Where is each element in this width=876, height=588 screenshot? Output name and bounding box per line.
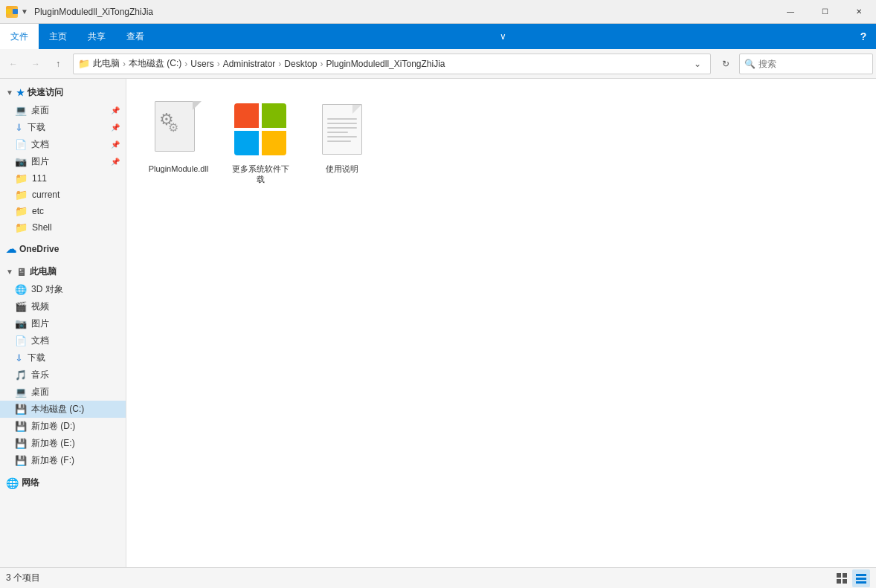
view-list-icon bbox=[855, 572, 867, 584]
downloads-icon: ⇓ bbox=[15, 122, 23, 133]
this-pc-header[interactable]: ▼ 🖥 此电脑 bbox=[0, 261, 126, 281]
sidebar-item-label: 新加卷 (D:) bbox=[31, 420, 75, 433]
menu-item-share[interactable]: 共享 bbox=[77, 24, 116, 49]
sep-2: › bbox=[184, 59, 187, 69]
breadcrumb-5[interactable]: Desktop bbox=[284, 59, 317, 69]
file-name-windows: 更多系统软件下载 bbox=[229, 164, 292, 185]
sidebar-item-3d[interactable]: 🌐 3D 对象 bbox=[0, 281, 126, 298]
close-button[interactable]: ✕ bbox=[842, 0, 876, 24]
desktop2-icon: 💻 bbox=[15, 387, 27, 398]
sidebar-item-music[interactable]: 🎵 音乐 bbox=[0, 366, 126, 384]
sidebar-item-downloads[interactable]: ⇓ 下载 bbox=[0, 349, 126, 366]
file-item-windows[interactable]: 更多系统软件下载 bbox=[223, 94, 297, 191]
breadcrumb-3[interactable]: Users bbox=[190, 59, 213, 69]
view-grid-button[interactable] bbox=[833, 569, 851, 587]
sep-4: › bbox=[278, 59, 281, 69]
txt-icon-container bbox=[312, 100, 372, 159]
menu-bar: 文件 主页 共享 查看 ∨ ? bbox=[0, 24, 876, 49]
minimize-button[interactable]: — bbox=[773, 0, 808, 24]
onedrive-item[interactable]: ☁ OneDrive bbox=[0, 239, 126, 258]
svg-rect-2 bbox=[837, 579, 841, 584]
sidebar-item-video[interactable]: 🎬 视频 bbox=[0, 298, 126, 315]
menu-help-button[interactable]: ? bbox=[851, 24, 876, 49]
sidebar-item-pictures-quick[interactable]: 📷 图片 📌 bbox=[0, 153, 126, 170]
up-button[interactable]: ↑ bbox=[48, 54, 68, 74]
sidebar-item-current[interactable]: 📁 current bbox=[0, 187, 126, 203]
sidebar-item-documents-quick[interactable]: 📄 文档 📌 bbox=[0, 136, 126, 153]
title-icon bbox=[6, 6, 18, 18]
main-layout: ▼ ★ 快速访问 💻 桌面 📌 ⇓ 下载 📌 📄 文档 📌 📷 图片 📌 📁 1… bbox=[0, 79, 876, 567]
sidebar-item-documents[interactable]: 📄 文档 bbox=[0, 332, 126, 349]
sidebar-item-label: 文档 bbox=[31, 335, 49, 347]
refresh-button[interactable]: ↻ bbox=[715, 54, 736, 74]
pin-icon-1: 📌 bbox=[111, 106, 120, 114]
dll-icon-container: ⚙ ⚙ bbox=[149, 100, 208, 159]
drive-f-icon: 💾 bbox=[15, 455, 27, 466]
sidebar-item-label: 视频 bbox=[31, 300, 49, 313]
back-button[interactable]: ← bbox=[3, 54, 24, 74]
sep-3: › bbox=[217, 59, 220, 69]
view-list-button[interactable] bbox=[852, 569, 870, 587]
sidebar-item-label: 下载 bbox=[28, 352, 45, 364]
address-bar[interactable]: 📁 此电脑 › 本地磁盘 (C:) › Users › Administrato… bbox=[73, 54, 711, 74]
menu-expand-icon[interactable]: ∨ bbox=[495, 24, 511, 49]
svg-rect-1 bbox=[843, 573, 847, 578]
quick-access-chevron: ▼ bbox=[6, 88, 13, 97]
search-input[interactable] bbox=[759, 59, 870, 69]
sidebar-item-downloads-quick[interactable]: ⇓ 下载 📌 bbox=[0, 119, 126, 136]
breadcrumb-6[interactable]: PluginModuledll_XiTongZhiJia bbox=[326, 59, 445, 69]
sidebar-item-label: 桌面 bbox=[31, 386, 49, 398]
sidebar-item-label: 文档 bbox=[31, 138, 49, 151]
win-q-blue bbox=[234, 131, 259, 155]
pin-icon-2: 📌 bbox=[111, 123, 120, 132]
menu-item-file[interactable]: 文件 bbox=[0, 24, 39, 49]
breadcrumb-4[interactable]: Administrator bbox=[223, 59, 276, 69]
pc-icon: 🖥 bbox=[16, 266, 27, 278]
title-bar-dropdown-icon[interactable]: ▼ bbox=[21, 7, 28, 16]
breadcrumb-2[interactable]: 本地磁盘 (C:) bbox=[129, 57, 181, 70]
maximize-button[interactable]: ☐ bbox=[808, 0, 842, 24]
sidebar-item-drive-c[interactable]: 💾 本地磁盘 (C:) bbox=[0, 401, 126, 418]
quick-access-header[interactable]: ▼ ★ 快速访问 bbox=[0, 82, 126, 102]
file-item-txt[interactable]: 使用说明 bbox=[305, 94, 379, 191]
txt-line-5 bbox=[327, 136, 357, 138]
windows-logo-icon bbox=[234, 103, 286, 155]
view-grid-icon bbox=[836, 572, 848, 584]
sidebar: ▼ ★ 快速访问 💻 桌面 📌 ⇓ 下载 📌 📄 文档 📌 📷 图片 📌 📁 1… bbox=[0, 79, 126, 567]
sidebar-item-shell[interactable]: 📁 Shell bbox=[0, 219, 126, 236]
folder-etc-icon: 📁 bbox=[15, 205, 28, 217]
search-box[interactable]: 🔍 bbox=[739, 54, 873, 74]
sidebar-item-pictures[interactable]: 📷 图片 bbox=[0, 315, 126, 332]
file-item-dll[interactable]: ⚙ ⚙ PluginModule.dll bbox=[141, 94, 216, 191]
sidebar-item-label: 桌面 bbox=[31, 104, 49, 117]
address-dropdown-button[interactable]: ⌄ bbox=[689, 56, 706, 72]
sidebar-item-label: etc bbox=[32, 206, 44, 216]
network-item[interactable]: 🌐 网络 bbox=[0, 472, 126, 492]
breadcrumb-1[interactable]: 此电脑 bbox=[93, 57, 120, 70]
downloads2-icon: ⇓ bbox=[15, 352, 23, 364]
sidebar-item-desktop[interactable]: 💻 桌面 bbox=[0, 384, 126, 401]
forward-button[interactable]: → bbox=[25, 54, 46, 74]
sidebar-item-label: 新加卷 (E:) bbox=[31, 437, 75, 450]
sidebar-item-drive-e[interactable]: 💾 新加卷 (E:) bbox=[0, 435, 126, 452]
dll-corner bbox=[193, 101, 202, 110]
sidebar-item-etc[interactable]: 📁 etc bbox=[0, 203, 126, 219]
title-bar: ▼ PluginModuledll_XiTongZhiJia — ☐ ✕ bbox=[0, 0, 876, 24]
txt-line-3 bbox=[327, 127, 357, 129]
sidebar-item-desktop-quick[interactable]: 💻 桌面 📌 bbox=[0, 102, 126, 119]
sidebar-item-label: 图片 bbox=[31, 155, 49, 168]
file-area: ⚙ ⚙ PluginModule.dll 更多系统软件下载 bbox=[126, 79, 876, 567]
pictures2-icon: 📷 bbox=[15, 318, 27, 329]
onedrive-icon: ☁ bbox=[6, 243, 16, 255]
title-bar-title: PluginModuledll_XiTongZhiJia bbox=[34, 7, 153, 17]
sep-1: › bbox=[123, 59, 126, 69]
sidebar-item-drive-d[interactable]: 💾 新加卷 (D:) bbox=[0, 418, 126, 435]
menu-item-view[interactable]: 查看 bbox=[116, 24, 155, 49]
documents-icon: 📄 bbox=[15, 139, 27, 150]
folder-111-icon: 📁 bbox=[15, 172, 28, 184]
menu-item-home[interactable]: 主页 bbox=[39, 24, 77, 49]
sidebar-item-drive-f[interactable]: 💾 新加卷 (F:) bbox=[0, 452, 126, 469]
txt-line-1 bbox=[327, 118, 357, 120]
sidebar-item-111[interactable]: 📁 111 bbox=[0, 170, 126, 187]
pin-icon-3: 📌 bbox=[111, 140, 120, 149]
